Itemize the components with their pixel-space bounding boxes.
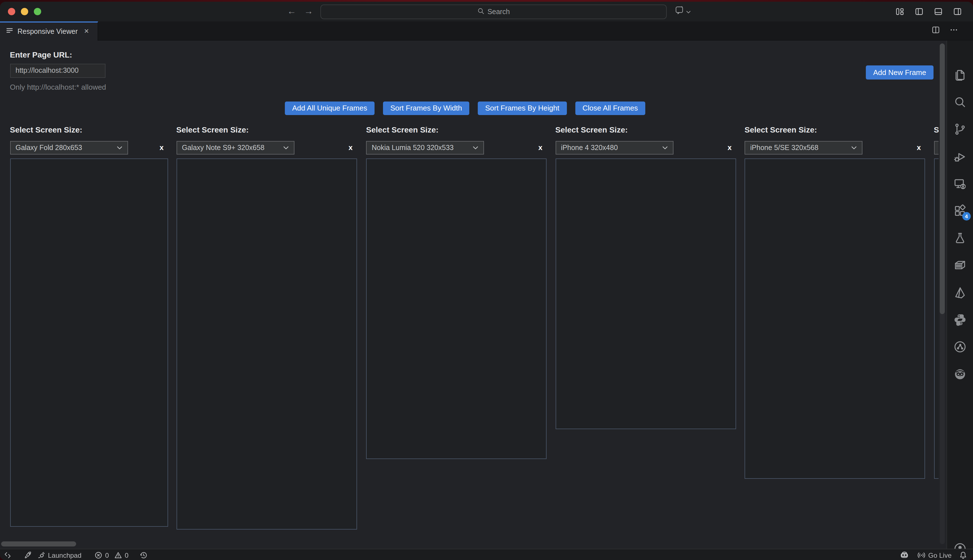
device-frame[interactable] bbox=[10, 158, 168, 527]
toolbar-button-1[interactable]: Sort Frames By Width bbox=[383, 101, 469, 115]
frames-toolbar: Add All Unique FramesSort Frames By Widt… bbox=[285, 101, 645, 115]
screen-size-value: Nokia Lumia 520 320x533 bbox=[372, 144, 454, 152]
layout-controls bbox=[893, 5, 964, 18]
copilot-icon bbox=[900, 551, 909, 560]
close-frame-button[interactable]: x bbox=[158, 143, 165, 152]
status-item-copilot[interactable] bbox=[900, 549, 909, 560]
status-item-plug[interactable]: Launchpad bbox=[37, 549, 82, 560]
list-lines-icon bbox=[6, 26, 13, 37]
owl-icon[interactable] bbox=[953, 367, 967, 381]
copilot-chat-icon bbox=[675, 5, 684, 17]
chevron-down-icon bbox=[851, 144, 857, 152]
activity-badge: 4 bbox=[962, 212, 971, 220]
search-placeholder: Search bbox=[487, 8, 510, 16]
error-icon bbox=[95, 551, 103, 560]
close-frame-button[interactable]: x bbox=[537, 143, 544, 152]
status-label: Launchpad bbox=[48, 552, 82, 560]
status-item-broadcast[interactable]: Go Live bbox=[916, 549, 951, 560]
source-control-icon[interactable] bbox=[953, 122, 967, 137]
responsive-viewer-panel: Enter Page URL: http://localhost:3000 On… bbox=[0, 40, 939, 548]
chevron-down-icon bbox=[662, 144, 668, 152]
select-screen-size-label: Select Screen Size: bbox=[10, 125, 82, 134]
minimize-window-button[interactable] bbox=[21, 8, 28, 15]
editor-area: Enter Page URL: http://localhost:3000 On… bbox=[0, 40, 973, 548]
screen-size-dropdown[interactable]: Galaxy Note S9+ 320x658 bbox=[176, 141, 294, 155]
title-bar: ← → Search bbox=[0, 2, 973, 21]
tab-label: Responsive Viewer bbox=[17, 27, 78, 35]
files-icon[interactable] bbox=[953, 68, 967, 82]
forward-arrow-icon[interactable]: → bbox=[302, 4, 315, 18]
close-frame-button[interactable]: x bbox=[347, 143, 354, 152]
status-bar-right: Go Live bbox=[900, 549, 973, 560]
screen-size-dropdown[interactable]: iPhone 4 320x480 bbox=[555, 141, 673, 155]
toolbar-button-0[interactable]: Add All Unique Frames bbox=[285, 101, 375, 115]
python-icon[interactable] bbox=[953, 312, 967, 327]
tab-bar: Responsive Viewer ✕ bbox=[0, 21, 973, 40]
chevron-down-icon bbox=[283, 144, 288, 152]
plug-icon bbox=[37, 551, 46, 560]
device-frame[interactable] bbox=[934, 158, 939, 478]
editor-actions bbox=[931, 21, 958, 40]
screen-size-dropdown[interactable] bbox=[934, 141, 939, 155]
device-frame[interactable] bbox=[745, 158, 925, 478]
screen-size-value: Galaxy Fold 280x653 bbox=[15, 144, 82, 152]
screen-size-dropdown[interactable]: iPhone 5/SE 320x568 bbox=[745, 141, 863, 155]
device-frame[interactable] bbox=[366, 158, 546, 459]
search-icon[interactable] bbox=[953, 95, 967, 109]
container-icon[interactable] bbox=[953, 258, 967, 273]
url-input[interactable]: http://localhost:3000 bbox=[10, 63, 105, 78]
select-screen-size-label: Select Screen Size: bbox=[176, 125, 249, 134]
chevron-down-icon bbox=[686, 6, 691, 16]
status-label: Go Live bbox=[928, 552, 951, 560]
status-item-bell[interactable] bbox=[959, 549, 967, 560]
chevron-down-icon bbox=[117, 144, 122, 152]
toolbar-button-2[interactable]: Sort Frames By Height bbox=[478, 101, 566, 115]
horizontal-scrollbar-thumb[interactable] bbox=[1, 541, 76, 546]
toolbar-button-3[interactable]: Close All Frames bbox=[575, 101, 645, 115]
copilot-menu-button[interactable] bbox=[675, 5, 691, 17]
status-label: 0 bbox=[105, 552, 109, 560]
remote-explorer-icon[interactable] bbox=[953, 177, 967, 191]
zoom-window-button[interactable] bbox=[34, 8, 41, 15]
screen-size-dropdown[interactable]: Galaxy Fold 280x653 bbox=[10, 141, 128, 155]
search-input[interactable]: Search bbox=[320, 5, 667, 19]
toggle-secondary-sidebar-icon[interactable] bbox=[950, 5, 964, 18]
activity-bar: 41↻ bbox=[946, 40, 973, 548]
chevron-down-icon bbox=[473, 144, 478, 152]
back-arrow-icon[interactable]: ← bbox=[285, 4, 298, 18]
toggle-panel-icon[interactable] bbox=[931, 5, 945, 18]
pyramid-icon[interactable] bbox=[953, 285, 967, 300]
select-screen-size-label: Select Screen Size: bbox=[934, 125, 939, 134]
testing-icon[interactable] bbox=[953, 231, 967, 245]
device-frame[interactable] bbox=[176, 158, 357, 529]
close-frame-button[interactable]: x bbox=[726, 143, 733, 152]
status-item-error[interactable]: 0 bbox=[95, 549, 109, 560]
vertical-scrollbar-thumb[interactable] bbox=[940, 43, 945, 314]
screen-size-dropdown[interactable]: Nokia Lumia 520 320x533 bbox=[366, 141, 484, 155]
run-debug-icon[interactable] bbox=[953, 149, 967, 164]
history-icon bbox=[139, 551, 148, 560]
status-item-warning[interactable]: 0 bbox=[114, 549, 128, 560]
status-item-history[interactable] bbox=[139, 549, 148, 560]
close-window-button[interactable] bbox=[8, 8, 15, 15]
url-hint: Only http://localhost:* allowed bbox=[10, 83, 106, 91]
split-editor-icon[interactable] bbox=[931, 25, 940, 37]
status-item-rocket[interactable] bbox=[24, 549, 32, 560]
status-bar: Launchpad00 Go Live bbox=[0, 548, 973, 560]
extensions-icon[interactable]: 4 bbox=[953, 203, 967, 218]
broadcast-icon bbox=[916, 551, 926, 560]
select-screen-size-label: Select Screen Size: bbox=[366, 125, 438, 134]
screen-size-value: iPhone 4 320x480 bbox=[561, 144, 618, 152]
status-item-remote-window[interactable] bbox=[3, 549, 12, 560]
url-label: Enter Page URL: bbox=[10, 50, 72, 59]
close-frame-button[interactable]: x bbox=[915, 143, 922, 152]
customize-layout-icon[interactable] bbox=[893, 5, 906, 18]
device-frame[interactable] bbox=[555, 158, 736, 429]
screen-size-value: Galaxy Note S9+ 320x658 bbox=[182, 144, 265, 152]
tab-close-icon[interactable]: ✕ bbox=[84, 28, 89, 35]
toggle-primary-sidebar-icon[interactable] bbox=[912, 5, 926, 18]
tab-responsive-viewer[interactable]: Responsive Viewer ✕ bbox=[0, 21, 98, 40]
share-graph-icon[interactable] bbox=[953, 340, 967, 354]
add-new-frame-button[interactable]: Add New Frame bbox=[866, 65, 933, 79]
more-actions-icon[interactable] bbox=[949, 25, 958, 37]
